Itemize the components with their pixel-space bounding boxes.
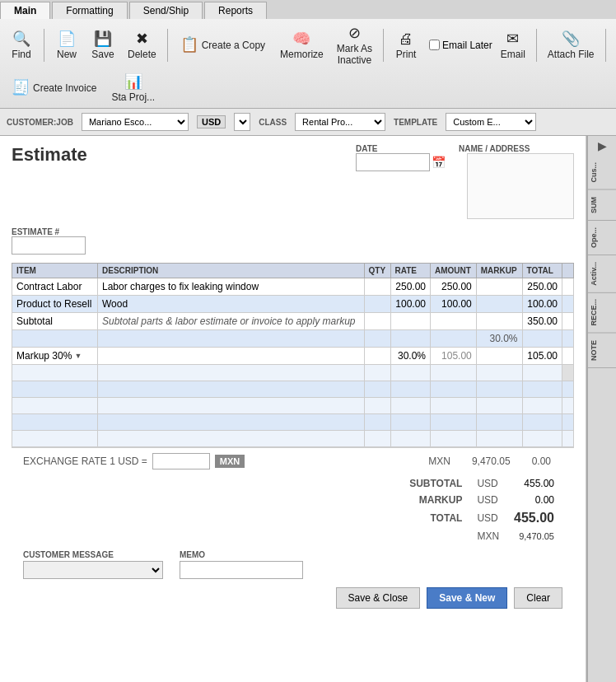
- cell-item[interactable]: [12, 365, 98, 381]
- cell-markup[interactable]: [476, 414, 522, 431]
- class-select[interactable]: Rental Pro...: [295, 113, 385, 131]
- memo-input[interactable]: [180, 561, 303, 579]
- cell-total[interactable]: [522, 381, 562, 398]
- exchange-rate-input[interactable]: 20.8133: [152, 453, 210, 469]
- cell-qty[interactable]: [364, 414, 390, 431]
- cell-qty[interactable]: [364, 431, 390, 447]
- cell-rate[interactable]: [390, 365, 430, 381]
- email-button[interactable]: ✉ Email: [496, 28, 530, 62]
- cell-amount[interactable]: [431, 431, 477, 447]
- tab-sendship[interactable]: Send/Ship: [129, 2, 203, 19]
- cell-markup[interactable]: [476, 278, 522, 296]
- cell-item[interactable]: [12, 330, 98, 348]
- cell-qty[interactable]: [364, 296, 390, 313]
- cell-qty[interactable]: [364, 398, 390, 414]
- cell-qty[interactable]: [364, 278, 390, 296]
- cell-rate[interactable]: 250.00: [390, 278, 430, 296]
- cell-markup[interactable]: [476, 365, 522, 381]
- right-panel-open[interactable]: Ope...: [588, 221, 616, 255]
- cell-description[interactable]: Subtotal parts & labor estimate or invoi…: [98, 313, 365, 330]
- cell-markup[interactable]: 30.0%: [476, 330, 522, 348]
- customer-message-select[interactable]: [23, 561, 163, 579]
- cell-amount[interactable]: [431, 398, 477, 414]
- memorize-button[interactable]: 🧠 Memorize: [275, 28, 329, 62]
- cell-amount[interactable]: [431, 365, 477, 381]
- cell-item[interactable]: [12, 398, 98, 414]
- currency-dropdown[interactable]: [234, 113, 250, 131]
- cell-qty[interactable]: [364, 348, 390, 365]
- cell-description[interactable]: [98, 414, 365, 431]
- right-panel-cust[interactable]: Cus...: [588, 156, 616, 190]
- cell-total[interactable]: 250.00: [522, 278, 562, 296]
- delete-button[interactable]: ✖ Delete: [123, 28, 161, 62]
- create-copy-button[interactable]: 📋 Create a Copy: [174, 34, 272, 56]
- cell-description[interactable]: [98, 381, 365, 398]
- cell-amount[interactable]: [431, 414, 477, 431]
- cell-markup[interactable]: [476, 296, 522, 313]
- cell-item[interactable]: [12, 431, 98, 447]
- save-new-button[interactable]: Save & New: [427, 587, 507, 609]
- estimate-input[interactable]: 1: [12, 236, 86, 255]
- cell-item[interactable]: Subtotal: [12, 313, 98, 330]
- cell-item[interactable]: [12, 414, 98, 431]
- cell-markup[interactable]: [476, 431, 522, 447]
- cell-description[interactable]: [98, 348, 365, 365]
- template-select[interactable]: Custom E...: [446, 113, 536, 131]
- cell-markup[interactable]: [476, 313, 522, 330]
- cell-total[interactable]: 100.00: [522, 296, 562, 313]
- cell-amount[interactable]: [431, 381, 477, 398]
- cell-total[interactable]: [522, 414, 562, 431]
- cell-markup[interactable]: [476, 398, 522, 414]
- cell-item[interactable]: Product to Resell: [12, 296, 98, 313]
- attach-file-button[interactable]: 📎 Attach File: [543, 28, 600, 62]
- cell-total[interactable]: [522, 398, 562, 414]
- right-panel-sum[interactable]: SUM: [588, 190, 616, 221]
- cell-qty[interactable]: [364, 330, 390, 348]
- cell-amount[interactable]: [431, 330, 477, 348]
- cell-qty[interactable]: [364, 381, 390, 398]
- date-input[interactable]: 02/01/2017: [356, 153, 430, 171]
- cell-rate[interactable]: [390, 431, 430, 447]
- cell-rate[interactable]: 30.0%: [390, 348, 430, 365]
- cell-item[interactable]: Markup 30% ▼: [12, 348, 98, 365]
- cell-total[interactable]: 105.00: [522, 348, 562, 365]
- cell-rate[interactable]: [390, 414, 430, 431]
- cell-description[interactable]: [98, 398, 365, 414]
- calendar-icon[interactable]: 📅: [432, 156, 446, 169]
- cell-amount[interactable]: 250.00: [431, 278, 477, 296]
- cell-description[interactable]: Labor charges to fix leaking window: [98, 278, 365, 296]
- cell-description[interactable]: [98, 365, 365, 381]
- cell-qty[interactable]: [364, 365, 390, 381]
- mark-inactive-button[interactable]: ⊘ Mark As Inactive: [332, 22, 377, 68]
- email-later-checkbox-label[interactable]: Email Later: [429, 40, 492, 51]
- cell-rate[interactable]: [390, 330, 430, 348]
- email-later-checkbox[interactable]: [429, 40, 440, 50]
- cell-markup[interactable]: [476, 381, 522, 398]
- print-button[interactable]: 🖨 Print: [390, 29, 422, 62]
- cell-rate[interactable]: [390, 313, 430, 330]
- clear-button[interactable]: Clear: [514, 587, 562, 609]
- markup-dropdown[interactable]: Markup 30% ▼: [16, 350, 93, 362]
- collapse-arrow[interactable]: ▶: [588, 136, 616, 156]
- cell-qty[interactable]: [364, 313, 390, 330]
- scroll-thumb[interactable]: [562, 365, 574, 381]
- cell-description[interactable]: Wood: [98, 296, 365, 313]
- cell-total[interactable]: [522, 431, 562, 447]
- tab-reports[interactable]: Reports: [204, 2, 267, 19]
- cell-item[interactable]: Contract Labor: [12, 278, 98, 296]
- create-invoice-button[interactable]: 🧾 Create Invoice: [5, 77, 103, 99]
- cell-amount[interactable]: 105.00: [431, 348, 477, 365]
- save-button[interactable]: 💾 Save: [86, 28, 119, 62]
- cell-rate[interactable]: [390, 381, 430, 398]
- sta-proj-button[interactable]: 📊 Sta Proj...: [106, 71, 160, 105]
- tab-main[interactable]: Main: [0, 2, 50, 19]
- cell-rate[interactable]: [390, 398, 430, 414]
- find-button[interactable]: 🔍 Find: [5, 28, 38, 62]
- cell-total[interactable]: 350.00: [522, 313, 562, 330]
- cell-item[interactable]: [12, 381, 98, 398]
- right-panel-rec[interactable]: RECE...: [588, 292, 616, 334]
- right-panel-activ[interactable]: Activ...: [588, 255, 616, 293]
- cell-total[interactable]: [522, 365, 562, 381]
- cell-markup[interactable]: [476, 348, 522, 365]
- cell-description[interactable]: [98, 431, 365, 447]
